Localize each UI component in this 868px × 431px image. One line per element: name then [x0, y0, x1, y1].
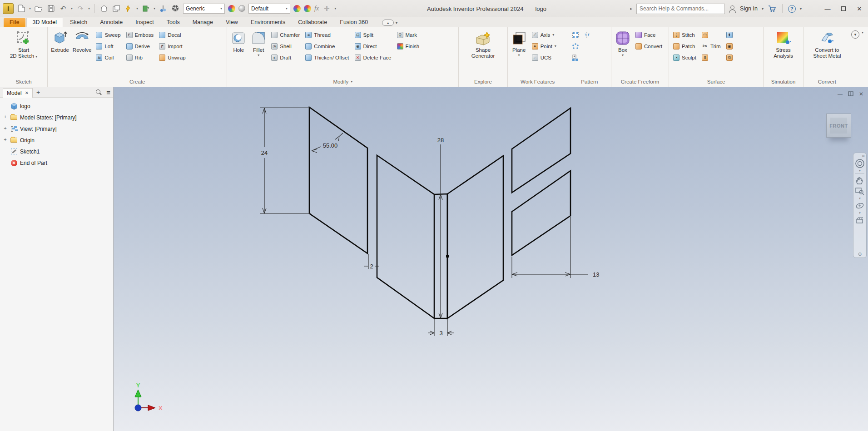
zoom-caret[interactable]: ▾	[859, 197, 861, 200]
circular-pattern-button[interactable]	[570, 40, 581, 52]
browser-add-tab-button[interactable]: +	[36, 89, 40, 96]
hole-button[interactable]: Hole	[229, 29, 248, 54]
fillet-button[interactable]: Fillet ▾	[249, 29, 268, 58]
ucs-button[interactable]: ⌐UCS	[530, 52, 559, 63]
tree-item-sketch1[interactable]: Sketch1	[3, 146, 113, 157]
inventor-app-icon[interactable]: I	[3, 3, 14, 14]
tab-3d-model[interactable]: 3D Model	[26, 18, 64, 27]
home-button[interactable]	[99, 4, 109, 13]
pan-button[interactable]	[854, 175, 865, 186]
ribbon-appearance-toggle[interactable]: ▲	[382, 20, 394, 26]
tab-file[interactable]: File	[4, 18, 25, 27]
appearance-select[interactable]: Default▾	[248, 4, 290, 14]
sweep-button[interactable]: Sweep	[94, 29, 123, 40]
clear-appearance-icon[interactable]	[304, 5, 311, 12]
help-caret[interactable]: ▾	[800, 7, 802, 11]
emboss-button[interactable]: EEmboss	[124, 29, 156, 40]
zoom-window-button[interactable]	[854, 186, 865, 197]
undo-button[interactable]: ↶	[59, 4, 68, 13]
tab-sketch[interactable]: Sketch	[64, 18, 93, 27]
look-at-button[interactable]	[854, 215, 865, 226]
expand-icon[interactable]: +	[3, 138, 8, 143]
search-expander-caret[interactable]: ▸	[630, 6, 633, 11]
copy-object-button[interactable]: ⧉	[724, 52, 735, 63]
finish-button[interactable]: Finish	[395, 40, 422, 52]
ruled-surface-button[interactable]: ⬆	[724, 29, 735, 40]
viewcube[interactable]: FRONT	[826, 114, 851, 138]
orbit-button[interactable]	[854, 200, 865, 211]
thread-button[interactable]: ≡Thread	[303, 29, 351, 40]
browser-menu-icon[interactable]: ≡	[106, 89, 110, 96]
draft-button[interactable]: ◐Draft	[269, 52, 302, 63]
stitch-button[interactable]: ⋮Stitch	[671, 29, 699, 40]
rectangular-pattern-button[interactable]	[570, 29, 581, 40]
import-button[interactable]: ↱Import	[157, 40, 188, 52]
convert-to-sheet-metal-button[interactable]: Convert to Sheet Metal	[808, 29, 847, 60]
minimize-button[interactable]: —	[822, 3, 833, 14]
ribbon-collapse-button[interactable]: ▼	[851, 30, 859, 39]
sketch-driven-pattern-button[interactable]: +	[570, 52, 581, 63]
tutorials-caret[interactable]: ▾	[154, 6, 155, 10]
qat-customize-caret[interactable]: ▾	[334, 6, 336, 10]
tutorials-icon[interactable]	[141, 4, 150, 13]
quick-launch-caret[interactable]: ▾	[136, 6, 138, 10]
tab-manage[interactable]: Manage	[187, 18, 219, 27]
maximize-button[interactable]	[838, 3, 849, 14]
combine-button[interactable]: Combine	[303, 40, 351, 52]
axis-button[interactable]: ⟋Axis▾	[530, 29, 559, 40]
save-button[interactable]	[46, 4, 55, 13]
expand-icon[interactable]: +	[3, 115, 8, 120]
extrude-button[interactable]: Extrude	[50, 29, 70, 54]
color-wheel-icon[interactable]	[228, 5, 235, 12]
navigation-wheel-caret[interactable]: ▾	[859, 169, 861, 173]
help-search-input[interactable]	[636, 4, 725, 14]
freeform-box-button[interactable]: Box ▾	[613, 29, 632, 58]
orbit-caret[interactable]: ▾	[859, 211, 861, 215]
start-2d-sketch-button[interactable]: Start 2D Sketch ▾	[9, 29, 39, 60]
material-select[interactable]: Generic▾	[183, 4, 225, 14]
expand-icon[interactable]: +	[3, 126, 8, 131]
quick-launch-icon[interactable]	[124, 4, 133, 13]
tree-item-model-states[interactable]: + Model States: [Primary]	[3, 112, 113, 123]
appearance-sphere-icon[interactable]	[238, 5, 245, 12]
decal-button[interactable]: Decal	[157, 29, 188, 40]
navbar-close-icon[interactable]: ⊗	[862, 154, 865, 158]
navbar-more-icon[interactable]: ⊖	[858, 252, 862, 257]
undo-caret[interactable]: ▾	[71, 6, 73, 10]
freeform-face-button[interactable]: Face	[633, 29, 665, 40]
thicken-offset-button[interactable]: Thicken/ Offset	[303, 52, 351, 63]
open-button[interactable]	[34, 4, 43, 13]
help-icon[interactable]: ?	[788, 5, 796, 13]
tab-view[interactable]: View	[220, 18, 244, 27]
parameters-fx-button[interactable]: fx	[314, 5, 319, 12]
split-button[interactable]: ⊟Split	[352, 29, 394, 40]
chamfer-button[interactable]: Chamfer	[269, 29, 302, 40]
tree-item-view-primary[interactable]: + View: [Primary]	[3, 123, 113, 134]
redo-button[interactable]: ↷	[76, 4, 85, 13]
tree-item-logo[interactable]: logo	[3, 100, 113, 112]
extend-surface-button[interactable]: ◠	[699, 29, 723, 40]
tab-collaborate[interactable]: Collaborate	[292, 18, 333, 27]
new-file-caret[interactable]: ▾	[29, 6, 31, 10]
qat-add-button[interactable]: ✚	[322, 4, 331, 13]
tab-tools[interactable]: Tools	[161, 18, 186, 27]
ribbon-appearance-caret[interactable]: ▾	[396, 21, 397, 25]
replace-face-button[interactable]: ▣	[724, 40, 735, 52]
mark-button[interactable]: ⚲Mark	[395, 29, 422, 40]
shape-generator-button[interactable]: Shape Generator	[467, 29, 500, 60]
vault-button[interactable]	[112, 4, 121, 13]
close-button[interactable]: ✕	[853, 3, 865, 14]
derive-button[interactable]: Derive	[124, 40, 156, 52]
tree-item-origin[interactable]: + Origin	[3, 134, 113, 146]
redo-caret[interactable]: ▾	[88, 6, 90, 10]
loft-button[interactable]: Loft	[94, 40, 123, 52]
panel-label-modify[interactable]: Modify▾	[227, 76, 458, 87]
ribbon-collapse-caret[interactable]: ▾	[862, 30, 863, 35]
sign-in-button[interactable]: Sign In	[740, 5, 758, 12]
modeling-viewport[interactable]: — ✕	[114, 87, 868, 431]
stress-analysis-button[interactable]: Stress Analysis	[769, 29, 799, 60]
plane-button[interactable]: Plane ▾	[510, 29, 529, 58]
tab-inspect[interactable]: Inspect	[129, 18, 159, 27]
tab-annotate[interactable]: Annotate	[94, 18, 129, 27]
appearance-wheel-icon[interactable]	[171, 4, 180, 13]
